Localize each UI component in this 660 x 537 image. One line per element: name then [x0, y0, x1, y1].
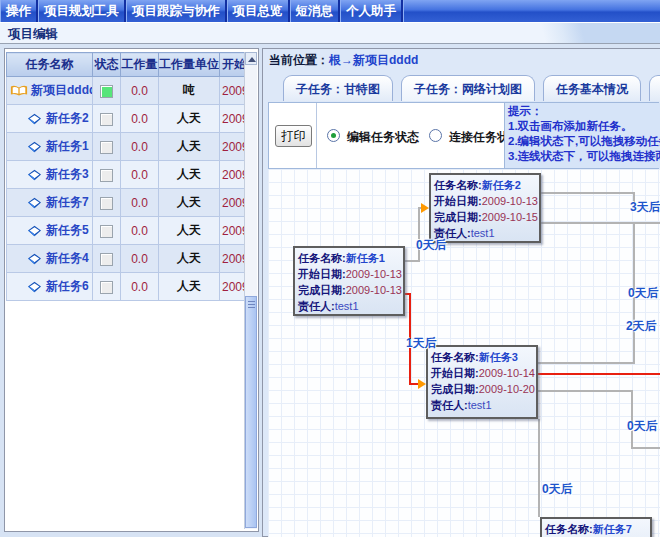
task-table: 任务名称 状态 工作量 工作量单位 开始 新项目dddd 0.0 吨 2009 …: [6, 52, 249, 301]
node-end-label: 完成日期:: [298, 284, 346, 296]
task-name: 新任务2: [46, 110, 89, 127]
status-indicator: [100, 281, 113, 294]
task-book-icon: [26, 224, 43, 237]
workload-unit: 人天: [159, 273, 220, 301]
tips-panel: 提示： 1.双击画布添加新任务。 2.编辑状态下,可以拖拽移动任务框 3.连线状…: [504, 103, 660, 168]
tab-subtask-gantt[interactable]: 子任务：甘特图: [283, 75, 393, 101]
table-row[interactable]: 新项目dddd 0.0 吨 2009: [7, 77, 249, 105]
task-book-icon: [26, 140, 43, 153]
workload-value: 0.0: [121, 105, 159, 133]
table-row[interactable]: 新任务2 0.0 人天 2009: [7, 105, 249, 133]
scroll-up-icon[interactable]: [245, 52, 257, 65]
top-menu-bar: 操作 项目规划工具 项目跟踪与协作 项目总览 短消息 个人助手: [0, 0, 660, 22]
task-name: 新任务3: [46, 166, 89, 183]
menu-item-assistant[interactable]: 个人助手: [340, 0, 403, 22]
workload-unit: 人天: [159, 133, 220, 161]
project-open-book-icon: [10, 84, 28, 98]
scrollbar-thumb[interactable]: [245, 296, 257, 528]
workload-value: 0.0: [121, 77, 159, 105]
menu-item-operate[interactable]: 操作: [0, 0, 38, 22]
task-node-new-task-2[interactable]: 任务名称:新任务2 开始日期:2009-10-13 完成日期:2009-10-1…: [429, 173, 541, 243]
tab-task-change[interactable]: 任务变: [649, 75, 660, 101]
task-book-icon: [26, 112, 43, 125]
menu-item-project-overview[interactable]: 项目总览: [227, 0, 290, 22]
network-diagram-canvas[interactable]: 任务名称:新任务2 开始日期:2009-10-13 完成日期:2009-10-1…: [268, 169, 660, 537]
task-node-new-task-3[interactable]: 任务名称:新任务3 开始日期:2009-10-14 完成日期:2009-10-2…: [426, 345, 538, 419]
node-name-label: 任务名称:: [545, 523, 593, 535]
task-book-icon: [26, 196, 43, 209]
node-end-label: 完成日期:: [434, 211, 482, 223]
edge-delay-label: 1天后: [406, 335, 437, 352]
tips-line-3: 3.连线状态下，可以拖拽连接两个: [508, 149, 660, 164]
edge-delay-label: 0天后: [416, 237, 447, 254]
col-header-status: 状态: [93, 53, 121, 77]
tips-line-1: 1.双击画布添加新任务。: [508, 119, 660, 134]
tips-line-2: 2.编辑状态下,可以拖拽移动任务框: [508, 134, 660, 149]
breadcrumb-path-link[interactable]: 根→新项目dddd: [329, 53, 418, 67]
page-title: 项目编辑: [8, 26, 58, 43]
task-name: 新任务5: [46, 222, 89, 239]
task-list-panel: 任务名称 状态 工作量 工作量单位 开始 新项目dddd 0.0 吨 2009 …: [4, 48, 259, 532]
tab-task-basic-info[interactable]: 任务基本情况: [543, 75, 641, 101]
edge-delay-label: 0天后: [628, 285, 659, 302]
scrollbar-grip: [248, 301, 255, 308]
menu-item-tracking-collab[interactable]: 项目跟踪与协作: [126, 0, 227, 22]
task-node-new-task-1[interactable]: 任务名称:新任务1 开始日期:2009-10-13 完成日期:2009-10-1…: [293, 246, 405, 316]
node-name-value: 新任务7: [593, 523, 632, 535]
task-name: 新任务6: [46, 278, 89, 295]
table-row[interactable]: 新任务3 0.0 人天 2009: [7, 161, 249, 189]
radio-edit-task-state-label[interactable]: 编辑任务状态: [347, 129, 419, 146]
workload-unit: 人天: [159, 245, 220, 273]
radio-connect-task-state[interactable]: [429, 129, 442, 142]
node-owner-label: 责任人:: [431, 399, 468, 411]
workload-value: 0.0: [121, 161, 159, 189]
task-book-icon: [26, 252, 43, 265]
workload-value: 0.0: [121, 245, 159, 273]
table-row[interactable]: 新任务1 0.0 人天 2009: [7, 133, 249, 161]
table-row[interactable]: 新任务6 0.0 人天 2009: [7, 273, 249, 301]
col-header-workload-unit: 工作量单位: [159, 53, 220, 77]
workload-value: 0.0: [121, 273, 159, 301]
node-end-value: 2009-10-13: [346, 284, 402, 296]
status-indicator: [100, 85, 113, 98]
col-header-task-name: 任务名称: [7, 53, 93, 77]
radio-edit-task-state[interactable]: [327, 129, 340, 142]
diagram-toolbar: 打印 编辑任务状态 连接任务状态 提示： 1.双击画布添加新任务。 2.编辑状态…: [268, 102, 659, 169]
table-row[interactable]: 新任务4 0.0 人天 2009: [7, 245, 249, 273]
menu-bar-filler: [403, 0, 660, 22]
table-row[interactable]: 新任务7 0.0 人天 2009: [7, 189, 249, 217]
table-row[interactable]: 新任务5 0.0 人天 2009: [7, 217, 249, 245]
menu-item-messages[interactable]: 短消息: [290, 0, 341, 22]
tab-subtask-network-plan[interactable]: 子任务：网络计划图: [401, 75, 535, 101]
workload-unit: 人天: [159, 105, 220, 133]
status-indicator: [100, 225, 113, 238]
print-button[interactable]: 打印: [275, 125, 312, 147]
network-diagram-panel: 当前位置：根→新项目dddd 子任务：甘特图 子任务：网络计划图 任务基本情况 …: [262, 48, 660, 537]
workload-unit: 人天: [159, 161, 220, 189]
task-book-icon: [26, 168, 43, 181]
status-indicator: [100, 253, 113, 266]
workload-unit: 人天: [159, 217, 220, 245]
node-owner-value: test1: [335, 300, 359, 312]
node-start-value: 2009-10-13: [346, 268, 402, 280]
tips-title: 提示：: [508, 104, 660, 119]
node-name-label: 任务名称:: [434, 179, 482, 191]
status-indicator: [100, 113, 113, 126]
edge-delay-label: 0天后: [542, 481, 573, 498]
node-start-label: 开始日期:: [431, 367, 479, 379]
task-name: 新任务4: [46, 250, 89, 267]
node-start-value: 2009-10-13: [482, 195, 538, 207]
workload-value: 0.0: [121, 217, 159, 245]
workload-value: 0.0: [121, 133, 159, 161]
edge-delay-label: 0天后: [627, 418, 658, 435]
node-name-value: 新任务3: [479, 351, 518, 363]
edge-delay-label: 2天后: [626, 318, 657, 335]
menu-item-planning-tools[interactable]: 项目规划工具: [38, 0, 126, 22]
print-cell: 打印: [269, 103, 317, 168]
table-scrollbar[interactable]: [244, 52, 257, 529]
table-header-row: 任务名称 状态 工作量 工作量单位 开始: [7, 53, 249, 77]
task-node-new-task-7[interactable]: 任务名称:新任务7 开始日期:2009-10-20: [540, 517, 652, 537]
node-name-label: 任务名称:: [431, 351, 479, 363]
task-name: 新任务1: [46, 138, 89, 155]
subnav-strip: 项目编辑: [0, 22, 660, 44]
